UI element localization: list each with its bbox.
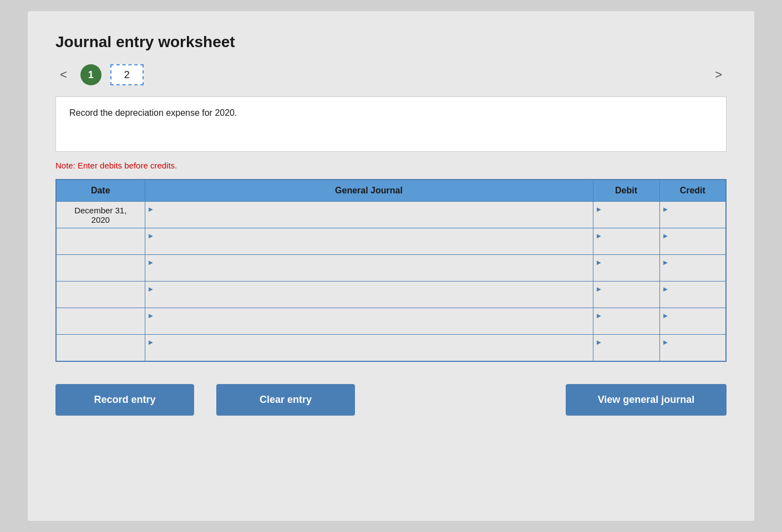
gj-arrow-5: ►: [148, 311, 155, 320]
credit-cell-5[interactable]: ►: [659, 308, 726, 335]
debit-cell-3[interactable]: ►: [593, 255, 659, 282]
header-debit: Debit: [593, 180, 659, 202]
credit-arrow-2: ►: [662, 232, 669, 240]
view-general-journal-button[interactable]: View general journal: [566, 384, 727, 416]
debit-input-5[interactable]: [597, 310, 656, 332]
gj-arrow-1: ►: [148, 205, 155, 213]
gj-input-6[interactable]: [149, 337, 590, 359]
date-cell-1: December 31,2020: [56, 202, 145, 228]
credit-input-6[interactable]: [663, 337, 723, 359]
credit-cell-2[interactable]: ►: [659, 228, 726, 255]
gj-input-1[interactable]: [149, 204, 590, 226]
gj-arrow-6: ►: [148, 338, 155, 346]
date-cell-2: [56, 228, 145, 255]
debit-cell-4[interactable]: ►: [593, 282, 659, 308]
record-entry-button[interactable]: Record entry: [55, 384, 194, 416]
gj-input-4[interactable]: [149, 284, 590, 305]
gj-arrow-3: ►: [148, 258, 155, 267]
debit-arrow-2: ►: [596, 232, 603, 240]
header-credit: Credit: [659, 180, 726, 202]
credit-cell-4[interactable]: ►: [659, 282, 726, 308]
debit-arrow-5: ►: [596, 311, 603, 320]
gj-cell-3[interactable]: ►: [145, 255, 593, 282]
credit-cell-3[interactable]: ►: [659, 255, 726, 282]
instruction-box: Record the depreciation expense for 2020…: [55, 96, 727, 152]
table-row: ► ► ►: [56, 308, 726, 335]
table-row: ► ► ►: [56, 228, 726, 255]
debit-cell-1[interactable]: ►: [593, 202, 659, 228]
credit-cell-6[interactable]: ►: [659, 335, 726, 361]
credit-input-2[interactable]: [663, 231, 723, 252]
debit-arrow-1: ►: [596, 205, 603, 213]
table-row: ► ► ►: [56, 282, 726, 308]
credit-input-3[interactable]: [663, 257, 723, 279]
gj-arrow-2: ►: [148, 232, 155, 240]
gj-cell-6[interactable]: ►: [145, 335, 593, 361]
debit-arrow-3: ►: [596, 258, 603, 267]
step-1-circle[interactable]: 1: [80, 64, 101, 85]
credit-input-1[interactable]: [663, 204, 723, 226]
header-date: Date: [56, 180, 145, 202]
credit-arrow-6: ►: [662, 338, 669, 346]
debit-input-4[interactable]: [597, 284, 656, 305]
gj-cell-1[interactable]: ►: [145, 202, 593, 228]
gj-cell-4[interactable]: ►: [145, 282, 593, 308]
bottom-buttons: Record entry Clear entry View general jo…: [55, 384, 727, 416]
credit-arrow-4: ►: [662, 285, 669, 293]
debit-cell-6[interactable]: ►: [593, 335, 659, 361]
debit-arrow-6: ►: [596, 338, 603, 346]
table-body: December 31,2020 ► ► ► ►: [56, 202, 726, 361]
clear-entry-button[interactable]: Clear entry: [216, 384, 355, 416]
credit-input-4[interactable]: [663, 284, 723, 305]
credit-input-5[interactable]: [663, 310, 723, 332]
instruction-text: Record the depreciation expense for 2020…: [69, 108, 237, 117]
debit-input-1[interactable]: [597, 204, 656, 226]
table-row: ► ► ►: [56, 255, 726, 282]
table-row: ► ► ►: [56, 335, 726, 361]
gj-input-3[interactable]: [149, 257, 590, 279]
credit-cell-1[interactable]: ►: [659, 202, 726, 228]
credit-arrow-1: ►: [662, 205, 669, 213]
nav-row: < 1 2 >: [55, 64, 727, 85]
page-title: Journal entry worksheet: [55, 33, 727, 51]
header-general-journal: General Journal: [145, 180, 593, 202]
table-row: December 31,2020 ► ► ►: [56, 202, 726, 228]
date-cell-5: [56, 308, 145, 335]
debit-arrow-4: ►: [596, 285, 603, 293]
credit-arrow-5: ►: [662, 311, 669, 320]
main-container: Journal entry worksheet < 1 2 > Record t…: [28, 11, 754, 521]
gj-arrow-4: ►: [148, 285, 155, 293]
credit-arrow-3: ►: [662, 258, 669, 267]
debit-input-6[interactable]: [597, 337, 656, 359]
note-text: Note: Enter debits before credits.: [55, 161, 727, 170]
gj-cell-5[interactable]: ►: [145, 308, 593, 335]
debit-input-2[interactable]: [597, 231, 656, 252]
journal-table: Date General Journal Debit Credit Decemb…: [55, 179, 727, 362]
debit-cell-5[interactable]: ►: [593, 308, 659, 335]
gj-cell-2[interactable]: ►: [145, 228, 593, 255]
date-cell-6: [56, 335, 145, 361]
debit-input-3[interactable]: [597, 257, 656, 279]
date-cell-4: [56, 282, 145, 308]
table-header-row: Date General Journal Debit Credit: [56, 180, 726, 202]
next-arrow[interactable]: >: [710, 65, 727, 84]
gj-input-2[interactable]: [149, 231, 590, 252]
gj-input-5[interactable]: [149, 310, 590, 332]
step-2-box[interactable]: 2: [110, 64, 144, 85]
prev-arrow[interactable]: <: [55, 65, 72, 84]
date-cell-3: [56, 255, 145, 282]
debit-cell-2[interactable]: ►: [593, 228, 659, 255]
